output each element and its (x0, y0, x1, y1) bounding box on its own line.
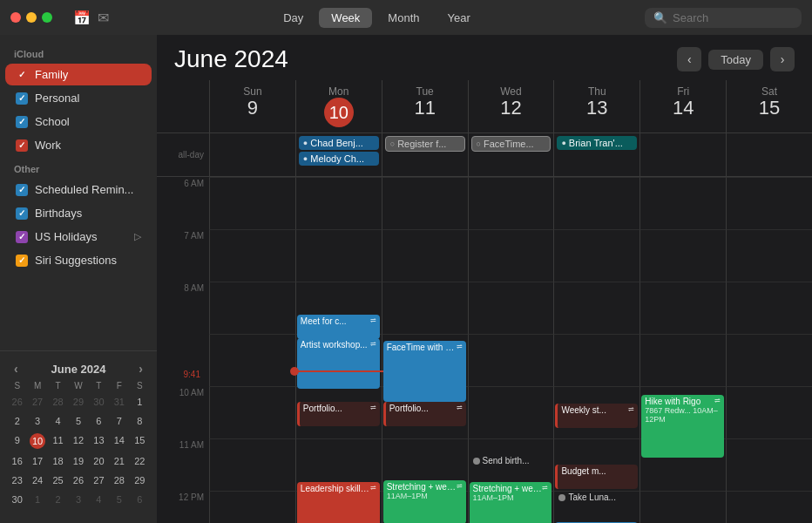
event-15[interactable]: Send birth... (470, 454, 552, 475)
sidebar-item-siri[interactable]: Siri Suggestions (5, 249, 152, 271)
mini-day-11[interactable]: 11 (48, 431, 68, 452)
time-cell-3-0[interactable] (209, 334, 295, 386)
mini-day-30a[interactable]: 30 (89, 392, 109, 411)
mini-cal-next[interactable]: › (139, 362, 143, 376)
mini-day-4[interactable]: 4 (48, 411, 68, 431)
event-9[interactable]: Portfolio...⇌ (383, 402, 466, 426)
birthdays-checkbox[interactable] (16, 207, 28, 220)
today-button[interactable]: Today (708, 50, 763, 70)
event-26[interactable]: Hike with Rigo⇌7867 Redw... 10AM–12PM (641, 395, 724, 458)
mini-day-13[interactable]: 13 (89, 431, 109, 452)
sidebar-item-school[interactable]: School (5, 111, 152, 132)
event-22[interactable]: Weekly st...⇌ (555, 404, 638, 428)
mini-day-15[interactable]: 15 (130, 431, 150, 452)
mini-day-25[interactable]: 25 (48, 471, 68, 490)
mini-day-20[interactable]: 20 (89, 452, 109, 471)
event-23[interactable]: Budget m... (555, 465, 638, 489)
mini-day-10-today[interactable]: 10 (27, 431, 47, 452)
day-view-button[interactable]: Day (271, 8, 315, 28)
time-cell-2-3[interactable] (468, 282, 554, 334)
day-header-fri[interactable]: Fri 14 (639, 80, 726, 132)
allday-fri[interactable] (639, 133, 726, 176)
mini-day-22[interactable]: 22 (130, 452, 150, 471)
time-cell-2-6[interactable] (726, 282, 812, 334)
mini-day-28b[interactable]: 28 (109, 471, 129, 490)
time-cell-1-5[interactable] (639, 229, 726, 282)
mini-day-5[interactable]: 5 (68, 411, 88, 431)
sidebar-item-work[interactable]: Work (5, 134, 152, 156)
mini-day-26b[interactable]: 26 (68, 471, 88, 490)
mini-cal-prev[interactable]: ‹ (14, 362, 18, 376)
time-cell-4-3[interactable] (468, 386, 554, 438)
mini-day-24[interactable]: 24 (27, 471, 47, 490)
mini-day-3[interactable]: 3 (27, 411, 47, 431)
mini-day-1[interactable]: 1 (130, 392, 150, 411)
search-input[interactable] (673, 11, 786, 24)
event-8[interactable]: FaceTime with Gran...⇌ (383, 341, 466, 402)
time-cell-0-5[interactable] (639, 177, 726, 229)
event-3[interactable]: Leadership skills work...⇌ (297, 482, 380, 523)
event-2[interactable]: Portfolio...⇌ (297, 402, 380, 426)
mini-day-5b[interactable]: 5 (109, 490, 129, 509)
sidebar-item-personal[interactable]: Personal (5, 87, 152, 109)
time-cell-2-0[interactable] (209, 282, 295, 334)
time-cell-1-6[interactable] (726, 229, 812, 282)
year-view-button[interactable]: Year (435, 8, 482, 28)
event-0[interactable]: Meet for c...⇌ (297, 315, 380, 339)
mini-day-28a[interactable]: 28 (48, 392, 68, 411)
mini-day-4b[interactable]: 4 (89, 490, 109, 509)
time-cell-1-0[interactable] (209, 229, 295, 282)
time-cell-3-3[interactable] (468, 334, 554, 386)
allday-tue[interactable]: ○Register f... (382, 133, 468, 176)
school-checkbox[interactable] (16, 116, 28, 128)
personal-checkbox[interactable] (16, 92, 28, 105)
sidebar-item-holidays[interactable]: US Holidays ▷ (5, 226, 152, 248)
time-cell-5-6[interactable] (726, 438, 812, 491)
mini-day-18[interactable]: 18 (48, 452, 68, 471)
mini-day-27b[interactable]: 27 (89, 471, 109, 490)
day-header-mon[interactable]: Mon 10 (295, 80, 382, 132)
allday-event-melody[interactable]: ●Melody Ch... (299, 152, 379, 166)
allday-event-chad[interactable]: ●Chad Benj... (299, 136, 379, 150)
holidays-checkbox[interactable] (16, 231, 28, 243)
time-cell-3-5[interactable] (639, 334, 726, 386)
time-cell-0-1[interactable] (295, 177, 382, 229)
time-cell-3-4[interactable] (553, 334, 639, 386)
mini-day-29b[interactable]: 29 (130, 471, 150, 490)
calendar-icon[interactable]: 📅 (73, 10, 91, 26)
time-cell-2-5[interactable] (639, 282, 726, 334)
time-cell-1-2[interactable] (382, 229, 468, 282)
allday-wed[interactable]: ○FaceTime... (468, 133, 554, 176)
inbox-icon[interactable]: ✉ (98, 10, 109, 26)
time-cell-0-3[interactable] (468, 177, 554, 229)
mini-day-12[interactable]: 12 (68, 431, 88, 452)
mini-day-30b[interactable]: 30 (7, 490, 27, 509)
time-cell-5-0[interactable] (209, 438, 295, 491)
time-cell-1-1[interactable] (295, 229, 382, 282)
sidebar-item-reminders[interactable]: Scheduled Remin... (5, 179, 152, 200)
mini-day-21[interactable]: 21 (109, 452, 129, 471)
event-24[interactable]: Take Luna... (555, 491, 638, 512)
mini-day-27a[interactable]: 27 (27, 392, 47, 411)
time-grid-scroll[interactable]: 6 AM7 AM8 AM9:4110 AM11 AM12 PM1 PM2 PM3… (157, 177, 812, 523)
event-19[interactable]: Stretching + weights⇌11AM–1PM (470, 482, 552, 523)
mini-day-19[interactable]: 19 (68, 452, 88, 471)
mini-day-7[interactable]: 7 (109, 411, 129, 431)
mini-day-16[interactable]: 16 (7, 452, 27, 471)
allday-mon[interactable]: ●Chad Benj... ●Melody Ch... (295, 133, 382, 176)
event-1[interactable]: Artist workshop...⇌ (297, 338, 380, 389)
mini-day-8[interactable]: 8 (130, 411, 150, 431)
close-button[interactable] (10, 12, 21, 23)
mini-day-3b[interactable]: 3 (68, 490, 88, 509)
time-cell-0-6[interactable] (726, 177, 812, 229)
allday-thu[interactable]: ●Brian Tran'... (553, 133, 639, 176)
minimize-button[interactable] (26, 12, 37, 23)
day-header-wed[interactable]: Wed 12 (468, 80, 554, 132)
allday-sun[interactable] (209, 133, 295, 176)
allday-sat[interactable] (726, 133, 812, 176)
day-header-thu[interactable]: Thu 13 (553, 80, 639, 132)
time-cell-1-4[interactable] (553, 229, 639, 282)
work-checkbox[interactable] (16, 139, 28, 152)
mini-day-17[interactable]: 17 (27, 452, 47, 471)
time-cell-6-6[interactable] (726, 491, 812, 523)
